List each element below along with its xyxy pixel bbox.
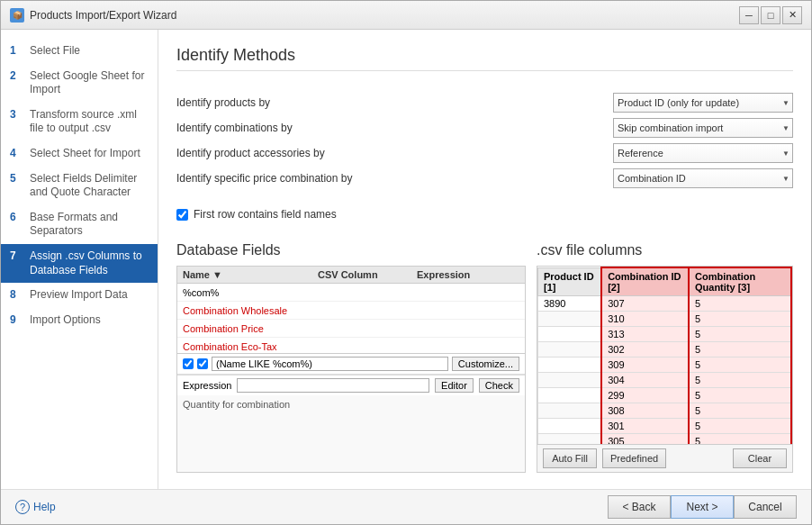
table-row[interactable]: Combination Price <box>177 320 525 338</box>
filter-input[interactable] <box>212 357 448 371</box>
csv-table: Product ID [1] Combination ID [2] Combin… <box>537 267 792 444</box>
sidebar: 1Select File2Select Google Sheet for Imp… <box>1 30 158 489</box>
filter-row: Customize... <box>177 353 525 375</box>
sidebar-label: Transform source .xml file to output .cs… <box>30 108 149 136</box>
sidebar-num: 9 <box>10 313 23 326</box>
sidebar-label: Select Google Sheet for Import <box>30 69 149 97</box>
identify-select-3[interactable]: Combination ID <box>613 168 793 188</box>
csv-row: 304 5 <box>538 373 792 388</box>
csv-cell: 3890 <box>538 296 602 312</box>
sidebar-num: 2 <box>10 69 23 82</box>
sidebar-item-9[interactable]: 9Import Options <box>1 308 158 333</box>
sidebar-num: 3 <box>10 108 23 121</box>
editor-button[interactable]: Editor <box>435 378 474 393</box>
identify-dropdown-0[interactable]: Product ID (only for update) <box>613 93 793 113</box>
csv-cell: 5 <box>689 388 791 403</box>
col-csv-header: CSV Column <box>318 269 408 280</box>
cancel-button[interactable]: Cancel <box>734 495 797 519</box>
table-row[interactable]: %com% <box>177 284 525 302</box>
next-button[interactable]: Next > <box>671 495 734 519</box>
csv-panel: .csv file columns Product ID [1] Combina… <box>537 239 793 473</box>
identify-dropdown-1[interactable]: Skip combination import <box>613 118 793 138</box>
identify-grid: Identify products by Product ID (only fo… <box>176 93 793 188</box>
identify-label-2: Identify product accessories by <box>176 147 604 159</box>
db-row-name: Combination Price <box>183 323 309 334</box>
section-title: Identify Methods <box>176 46 793 71</box>
csv-cell <box>538 373 602 388</box>
window-title: Products Import/Export Wizard <box>30 9 176 22</box>
clear-button[interactable]: Clear <box>733 448 787 468</box>
spacer <box>672 448 727 468</box>
sidebar-label: Select Fields Delimiter and Quote Charac… <box>30 172 149 200</box>
autofill-button[interactable]: Auto Fill <box>543 448 597 468</box>
titlebar-left: 📦 Products Import/Export Wizard <box>10 8 176 23</box>
check-button[interactable]: Check <box>479 378 519 393</box>
maximize-button[interactable]: □ <box>761 6 780 24</box>
sidebar-item-6[interactable]: 6Base Formats and Separators <box>1 205 158 244</box>
db-fields-header: Name ▼ CSV Column Expression <box>177 267 525 284</box>
first-row-checkbox-row: First row contains field names <box>176 208 793 221</box>
expression-label: Expression <box>183 380 231 391</box>
sidebar-num: 4 <box>10 147 23 159</box>
identify-label-1: Identify combinations by <box>176 122 604 134</box>
identify-dropdown-2[interactable]: Reference <box>613 143 793 163</box>
csv-cell: 313 <box>601 327 689 342</box>
identify-select-2[interactable]: Reference <box>613 143 793 163</box>
csv-row: 302 5 <box>538 342 792 358</box>
sidebar-item-8[interactable]: 8Preview Import Data <box>1 283 158 308</box>
sidebar-num: 5 <box>10 172 23 185</box>
csv-col-header-3: Combination Quantity [3] <box>689 267 791 296</box>
csv-cell: 305 <box>601 434 689 445</box>
customize-button[interactable]: Customize... <box>452 357 519 371</box>
csv-row: 305 5 <box>538 434 792 445</box>
sidebar-num: 6 <box>10 211 23 223</box>
identify-label-3: Identify specific price combination by <box>176 172 604 185</box>
filter-checkbox-x[interactable] <box>183 358 194 369</box>
sidebar-item-4[interactable]: 4Select Sheet for Import <box>1 141 158 167</box>
db-fields-title: Database Fields <box>176 239 526 262</box>
info-box: Quantity for combination <box>177 395 525 472</box>
csv-row: 308 5 <box>538 403 792 419</box>
identify-dropdown-3[interactable]: Combination ID <box>613 168 793 188</box>
sidebar-item-5[interactable]: 5Select Fields Delimiter and Quote Chara… <box>1 167 158 205</box>
csv-cell: 310 <box>601 312 689 327</box>
csv-cell: 5 <box>689 434 791 445</box>
sidebar-item-3[interactable]: 3Transform source .xml file to output .c… <box>1 103 158 141</box>
sidebar-label: Assign .csv Columns to Database Fields <box>30 249 149 277</box>
expression-input[interactable] <box>237 378 429 393</box>
csv-cell <box>538 419 602 434</box>
identify-select-0[interactable]: Product ID (only for update) <box>613 93 793 113</box>
help-link[interactable]: ? Help <box>15 500 56 514</box>
expression-row: Expression Editor Check <box>177 375 525 395</box>
table-row[interactable]: Combination Eco-Tax <box>177 338 525 353</box>
db-fields-container: Name ▼ CSV Column Expression %com% Comb <box>176 266 526 473</box>
db-row-name: Combination Wholesale <box>183 305 309 316</box>
sidebar-item-2[interactable]: 2Select Google Sheet for Import <box>1 64 158 103</box>
table-row[interactable]: Combination Wholesale <box>177 302 525 320</box>
identify-select-1[interactable]: Skip combination import <box>613 118 793 138</box>
close-button[interactable]: ✕ <box>782 6 802 24</box>
back-button[interactable]: < Back <box>608 495 671 519</box>
csv-scroll: Product ID [1] Combination ID [2] Combin… <box>537 267 792 444</box>
csv-cell: 308 <box>601 403 689 419</box>
content-area: Identify Methods Identify products by Pr… <box>158 30 811 489</box>
sidebar-item-7[interactable]: 7Assign .csv Columns to Database Fields <box>1 244 158 283</box>
csv-cell <box>538 403 602 419</box>
col-expr-header: Expression <box>417 269 470 280</box>
csv-cell: 5 <box>689 342 791 358</box>
csv-col-header-2: Combination ID [2] <box>601 267 689 296</box>
sidebar-label: Select File <box>30 44 80 59</box>
predefined-button[interactable]: Predefined <box>602 448 666 468</box>
csv-cell: 299 <box>601 388 689 403</box>
csv-cell <box>538 434 602 445</box>
sidebar-item-1[interactable]: 1Select File <box>1 39 158 64</box>
csv-row: 309 5 <box>538 358 792 373</box>
csv-container: Product ID [1] Combination ID [2] Combin… <box>537 266 793 473</box>
filter-checkbox-check[interactable] <box>197 358 208 369</box>
sidebar-num: 1 <box>10 44 23 57</box>
minimize-button[interactable]: ─ <box>739 6 759 24</box>
titlebar: 📦 Products Import/Export Wizard ─ □ ✕ <box>1 1 811 30</box>
csv-row: 301 5 <box>538 419 792 434</box>
first-row-checkbox[interactable] <box>176 209 188 221</box>
csv-cell: 302 <box>601 342 689 358</box>
